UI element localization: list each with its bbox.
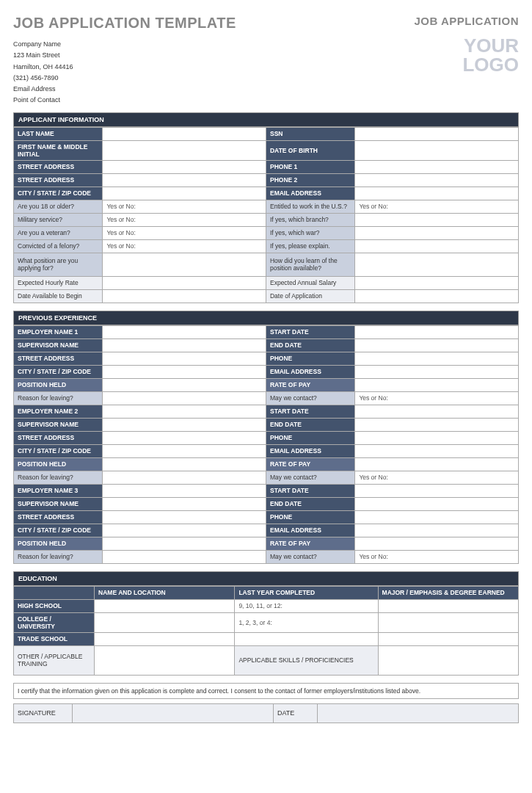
explain-label: If yes, please explain.	[266, 239, 354, 253]
branch-field[interactable]	[355, 213, 519, 226]
emp3-phone-field[interactable]	[355, 510, 519, 524]
college-nameloc[interactable]	[95, 612, 235, 632]
other-training-field[interactable]	[95, 645, 235, 675]
emp1-end-field[interactable]	[355, 338, 519, 352]
trade-nameloc[interactable]	[95, 632, 235, 645]
emp1-csz-field[interactable]	[103, 365, 266, 378]
emp2-email-field[interactable]	[355, 444, 519, 457]
emp3-end-label: END DATE	[266, 497, 354, 510]
emp2-contact-field[interactable]: Yes or No:	[355, 471, 519, 484]
branch-label: If yes, which branch?	[266, 213, 354, 226]
over18-field[interactable]: Yes or No:	[103, 200, 266, 213]
street2-field[interactable]	[103, 173, 266, 187]
hourly-label: Expected Hourly Rate	[14, 276, 103, 289]
annual-field[interactable]	[355, 276, 519, 289]
emp1-street-field[interactable]	[103, 352, 266, 365]
emp3-email-label: EMAIL ADDRESS	[266, 524, 354, 537]
college-years[interactable]: 1, 2, 3, or 4:	[235, 612, 378, 632]
emp2-rate-field[interactable]	[355, 457, 519, 471]
emp3-contact-label: May we contact?	[266, 550, 354, 563]
date-field[interactable]	[318, 703, 519, 723]
emp3-sup-field[interactable]	[103, 497, 266, 510]
hs-years[interactable]: 9, 10, 11, or 12:	[235, 599, 378, 612]
dateapp-field[interactable]	[355, 289, 519, 303]
emp1-pos-field[interactable]	[103, 378, 266, 391]
explain-field[interactable]	[355, 239, 519, 253]
felony-field[interactable]: Yes or No:	[103, 239, 266, 253]
emp3-street-field[interactable]	[103, 510, 266, 524]
emp1-start-field[interactable]	[355, 325, 519, 338]
emp3-contact-field[interactable]: Yes or No:	[355, 550, 519, 563]
emp1-reason-field[interactable]	[103, 391, 266, 405]
last-name-field[interactable]	[103, 127, 266, 140]
skills-field[interactable]	[378, 645, 518, 675]
learn-field[interactable]	[355, 253, 519, 276]
learn-label: How did you learn of the position availa…	[266, 253, 354, 276]
emp2-end-field[interactable]	[355, 418, 519, 431]
war-field[interactable]	[355, 226, 519, 239]
emp3-field[interactable]	[103, 484, 266, 497]
emp2-pos-field[interactable]	[103, 457, 266, 471]
emp1-sup-field[interactable]	[103, 338, 266, 352]
header: JOB APPLICATION TEMPLATE Company Name 12…	[13, 15, 519, 106]
emp3-start-field[interactable]	[355, 484, 519, 497]
datebegin-field[interactable]	[103, 289, 266, 303]
college-major[interactable]	[378, 612, 518, 632]
phone2-field[interactable]	[355, 173, 519, 187]
company-street: 123 Main Street	[13, 50, 236, 61]
veteran-field[interactable]: Yes or No:	[103, 226, 266, 239]
entitled-field[interactable]: Yes or No:	[355, 200, 519, 213]
phone1-field[interactable]	[355, 160, 519, 173]
position-field[interactable]	[103, 253, 266, 276]
emp2-start-field[interactable]	[355, 405, 519, 418]
citystatezip-field[interactable]	[103, 187, 266, 200]
position-label: What position are you applying for?	[14, 253, 103, 276]
street1-field[interactable]	[103, 160, 266, 173]
emp1-phone-field[interactable]	[355, 352, 519, 365]
edu-blank-hdr	[14, 586, 95, 599]
emp2-csz-field[interactable]	[103, 444, 266, 457]
logo-placeholder: YOUR LOGO	[414, 36, 519, 74]
emp3-rate-field[interactable]	[355, 537, 519, 550]
emp2-street-label: STREET ADDRESS	[14, 431, 103, 444]
emp3-csz-field[interactable]	[103, 524, 266, 537]
signature-field[interactable]	[73, 703, 274, 723]
military-field[interactable]: Yes or No:	[103, 213, 266, 226]
annual-label: Expected Annual Salary	[266, 276, 354, 289]
emp1-rate-field[interactable]	[355, 378, 519, 391]
over18-label: Are you 18 or older?	[14, 200, 103, 213]
trade-major[interactable]	[378, 632, 518, 645]
emp3-email-field[interactable]	[355, 524, 519, 537]
trade-years[interactable]	[235, 632, 378, 645]
emp2-reason-field[interactable]	[103, 471, 266, 484]
hs-major[interactable]	[378, 599, 518, 612]
emp3-end-field[interactable]	[355, 497, 519, 510]
emp3-csz-label: CITY / STATE / ZIP CODE	[14, 524, 103, 537]
emp1-contact-field[interactable]: Yes or No:	[355, 391, 519, 405]
email-field[interactable]	[355, 187, 519, 200]
emp3-phone-label: PHONE	[266, 510, 354, 524]
emp2-street-field[interactable]	[103, 431, 266, 444]
emp3-reason-field[interactable]	[103, 550, 266, 563]
emp2-field[interactable]	[103, 405, 266, 418]
emp2-sup-field[interactable]	[103, 418, 266, 431]
first-middle-field[interactable]	[103, 140, 266, 160]
emp1-field[interactable]	[103, 325, 266, 338]
ssn-field[interactable]	[355, 127, 519, 140]
emp2-phone-field[interactable]	[355, 431, 519, 444]
emp1-email-field[interactable]	[355, 365, 519, 378]
dob-field[interactable]	[355, 140, 519, 160]
hourly-field[interactable]	[103, 276, 266, 289]
hs-nameloc[interactable]	[95, 599, 235, 612]
emp2-pos-label: POSITION HELD	[14, 457, 103, 471]
emp1-end-label: END DATE	[266, 338, 354, 352]
header-left: JOB APPLICATION TEMPLATE Company Name 12…	[13, 15, 236, 106]
emp3-rate-label: RATE OF PAY	[266, 537, 354, 550]
citystatezip-label: CITY / STATE / ZIP CODE	[14, 187, 103, 200]
emp3-label: EMPLOYER NAME 3	[14, 484, 103, 497]
emp3-pos-field[interactable]	[103, 537, 266, 550]
cert-table: I certify that the information given on …	[13, 683, 519, 699]
emp2-contact-label: May we contact?	[266, 471, 354, 484]
date-label: DATE	[274, 703, 318, 723]
ssn-label: SSN	[266, 127, 354, 140]
